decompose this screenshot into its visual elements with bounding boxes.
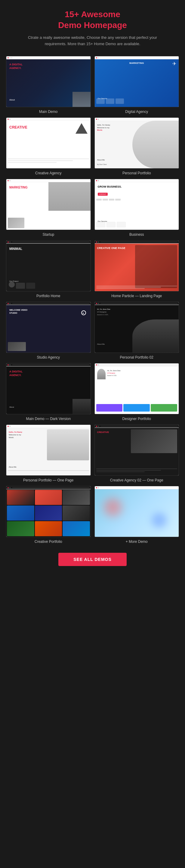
thumb-hero: A DIGITAL AGENCY. About (6, 59, 90, 107)
service-line (96, 287, 161, 287)
demo-item-startup[interactable]: MARKETING About Startup (6, 179, 91, 237)
demo-thumbnail-studio-agency[interactable]: WELCOME VIDEO STUDIO ▶ About (6, 302, 91, 353)
nav-dot (7, 119, 9, 120)
demo-label: Business (130, 232, 144, 237)
line (8, 158, 89, 159)
line (8, 160, 73, 161)
demo-label: Home Particle — Landing Page (111, 294, 162, 298)
thumb-hello: Hello, I'm Nanty Welcome to my World. (9, 431, 22, 439)
thumb-about: About (9, 99, 15, 101)
blur-circle-1 (104, 498, 122, 516)
demo-item-more-demo[interactable]: + More Demo (95, 486, 179, 544)
nav-dot (98, 180, 99, 181)
demo-thumbnail-designer-portfolio[interactable]: Hi, I'm Jone Doe UI Designer. based in U… (95, 363, 179, 414)
nav-dot (96, 242, 97, 243)
card-item (151, 404, 177, 411)
demo-item-creative-agency-02[interactable]: CREATIVE Creative Agency 02 — One Page (95, 425, 179, 482)
thumb-navbar (6, 486, 90, 489)
demo-item-creative-agency[interactable]: CREATIVE Creative Agency (6, 117, 91, 175)
demo-item-business[interactable]: GROW BUSINESS. CONTACT Our Service (95, 179, 179, 237)
nav-line (12, 426, 89, 426)
nav-dot (7, 487, 9, 488)
cta-section: SEE ALL DEMOS (0, 547, 185, 572)
see-all-demos-button[interactable]: SEE ALL DEMOS (58, 553, 127, 566)
thumb-hero: CREATIVE (6, 121, 90, 168)
nav-dot (7, 303, 9, 304)
demo-item-home-particle[interactable]: CREATIVE ONE PAGE Home Particle — Landin… (95, 240, 179, 298)
grid-cell (35, 490, 62, 505)
demo-item-personal-portfolio[interactable]: Hello, I'm Haney Welcome to my World. Ab… (95, 117, 179, 175)
line (8, 162, 57, 163)
demo-item-main-demo[interactable]: A DIGITAL AGENCY. About Main Demo (6, 56, 91, 114)
demo-label: Personal Portfolio (122, 171, 151, 175)
thumb-navbar (95, 363, 179, 366)
nav-line (101, 365, 178, 365)
header-description: Ctrate a really awesome website, Choose … (25, 35, 160, 47)
demo-thumbnail-portfolio-home[interactable]: MINIMAL Our Project (6, 240, 91, 291)
demo-item-creative-portfolio[interactable]: Creative Portfolio (6, 486, 91, 544)
thumb-image (73, 399, 90, 414)
card-item (96, 404, 123, 411)
thumb-headline: GROW BUSINESS. (98, 185, 122, 189)
demo-thumbnail-creative-portfolio[interactable] (6, 486, 91, 537)
plane-icon: ✈ (172, 61, 176, 66)
thumb-hero: Hi, I'm Jone Doe UI Designer. based in U… (95, 366, 179, 414)
thumb-image (8, 342, 26, 351)
demo-item-portfolio-home[interactable]: MINIMAL Our Project Portfolio Home (6, 240, 91, 298)
demo-thumbnail-personal-portfolio-one-page[interactable]: Hello, I'm Nanty Welcome to my World. Ab… (6, 425, 91, 476)
demo-thumbnail-digital-agency[interactable]: MARKETING ✈ Our Service (95, 56, 179, 107)
thumb-navbar (6, 241, 90, 244)
thumb-hello: Hi, I'm Jone Doe UI Designer. based in U… (107, 369, 121, 377)
thumb-hero: GROW BUSINESS. CONTACT Our Service (95, 182, 179, 230)
demo-thumbnail-main-demo[interactable]: A DIGITAL AGENCY. About (6, 56, 91, 107)
thumb-navbar (95, 241, 179, 244)
thumb-person (135, 245, 177, 288)
demo-item-personal-portfolio-02[interactable]: Hi, I'm Jone Doe UI Designer. based in U… (95, 302, 179, 360)
demo-item-studio-agency[interactable]: WELCOME VIDEO STUDIO ▶ About Studio Agen… (6, 302, 91, 360)
service-item (107, 222, 115, 227)
thumb-navbar (6, 179, 90, 182)
demo-thumbnail-creative-agency-02[interactable]: CREATIVE (95, 425, 179, 476)
thumb-hero: Hello, I'm Haney Welcome to my World. Ab… (95, 121, 179, 168)
thumb-hero: Hi, I'm Jone Doe UI Designer. based in U… (95, 305, 179, 352)
thumb-hero: CREATIVE (95, 428, 179, 475)
blur-circle-2 (152, 513, 166, 528)
nav-line (12, 242, 89, 242)
demo-thumbnail-creative-agency[interactable]: CREATIVE (6, 117, 91, 168)
thumb-headline: MARKETING (130, 62, 144, 64)
demos-grid: A DIGITAL AGENCY. About Main Demo (0, 53, 185, 547)
demo-item-main-demo-dark[interactable]: A DIGITAL AGENCY. About Main Demo — Dark… (6, 363, 91, 421)
demo-thumbnail-personal-portfolio[interactable]: Hello, I'm Haney Welcome to my World. Ab… (95, 117, 179, 168)
thumb-image (8, 218, 24, 228)
demo-label: Digital Agency (125, 110, 148, 114)
thumb-lines (96, 468, 178, 473)
grid-cell (35, 505, 62, 521)
nav-dot (9, 242, 10, 243)
demo-thumbnail-home-particle[interactable]: CREATIVE ONE PAGE (95, 240, 179, 291)
demo-thumbnail-business[interactable]: GROW BUSINESS. CONTACT Our Service (95, 179, 179, 230)
nav-dot (7, 364, 9, 366)
demo-thumbnail-main-demo-dark[interactable]: A DIGITAL AGENCY. About (6, 363, 91, 414)
demo-thumbnail-personal-portfolio-02[interactable]: Hi, I'm Jone Doe UI Designer. based in U… (95, 302, 179, 353)
demo-item-personal-portfolio-one-page[interactable]: Hello, I'm Nanty Welcome to my World. Ab… (6, 425, 91, 482)
demo-label: Portfolio Home (36, 294, 60, 298)
demo-thumbnail-startup[interactable]: MARKETING About (6, 179, 91, 230)
grid-cell (63, 521, 90, 536)
thumb-hero: MARKETING ✈ Our Service (95, 59, 179, 107)
nav-dot (96, 303, 97, 304)
thumb-hero: MARKETING About (6, 182, 90, 230)
service-item (96, 222, 105, 227)
header-section: 15+ Awesome Demo Homepage Ctrate a reall… (0, 0, 185, 53)
demo-item-digital-agency[interactable]: MARKETING ✈ Our Service Digital Agency (95, 56, 179, 114)
nav-dot (96, 180, 97, 181)
thumb-hero (6, 489, 90, 537)
nav-line (101, 303, 178, 304)
demo-label: + More Demo (126, 539, 148, 544)
demo-thumbnail-more-demo[interactable] (95, 486, 179, 537)
thumb-person (132, 319, 179, 353)
grid-cell (63, 505, 90, 521)
thumb-triangle (75, 123, 87, 134)
nav-dot (98, 364, 99, 366)
demo-item-designer-portfolio[interactable]: Hi, I'm Jone Doe UI Designer. based in U… (95, 363, 179, 421)
page-title: 15+ Awesome Demo Homepage (6, 9, 179, 31)
